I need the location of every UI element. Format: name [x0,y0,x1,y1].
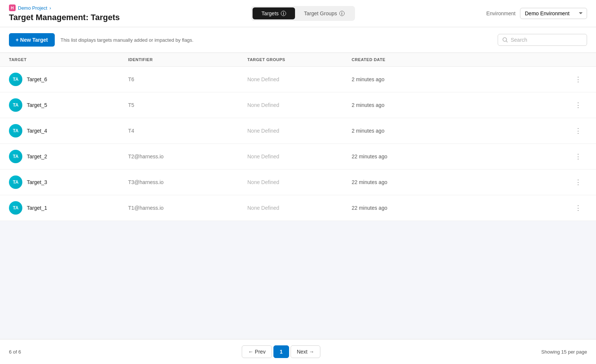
identifier-cell-5: T1@harness.io [128,205,247,211]
content-area: TARGET IDENTIFIER TARGET GROUPS CREATED … [0,53,596,364]
avatar-4: TA [9,175,22,189]
record-count: 6 of 6 [9,349,21,355]
table-header: TARGET IDENTIFIER TARGET GROUPS CREATED … [0,53,596,67]
per-page-label: Showing 15 per page [541,349,587,355]
date-cell-1: 2 minutes ago [352,102,569,108]
identifier-cell-2: T4 [128,128,247,134]
more-options-button-1[interactable]: ⋮ [569,99,587,111]
pagination-controls: ← Prev 1 Next → [242,345,320,358]
target-name-0: Target_6 [27,76,47,82]
harness-logo: H [9,4,16,11]
date-cell-2: 2 minutes ago [352,128,569,134]
target-cell-1: TA Target_5 [9,98,128,112]
more-options-button-4[interactable]: ⋮ [569,177,587,188]
more-options-button-2[interactable]: ⋮ [569,125,587,136]
more-options-button-5[interactable]: ⋮ [569,202,587,213]
top-bar-left: H Demo Project › Target Management: Targ… [9,4,120,22]
table-row: TA Target_2 T2@harness.io None Defined 2… [0,144,596,170]
avatar-2: TA [9,124,22,137]
target-name-2: Target_4 [27,128,47,134]
group-cell-3: None Defined [247,153,352,159]
new-target-button[interactable]: + New Target [9,33,55,47]
targets-info-icon[interactable]: i [281,11,286,16]
group-cell-5: None Defined [247,205,352,211]
target-cell-0: TA Target_6 [9,73,128,86]
avatar-3: TA [9,150,22,163]
avatar-1: TA [9,98,22,112]
tab-target-groups-label: Target Groups [304,10,337,16]
page-title: Target Management: Targets [9,13,120,22]
top-bar: H Demo Project › Target Management: Targ… [0,0,596,27]
target-name-5: Target_1 [27,205,47,211]
identifier-cell-0: T6 [128,76,247,82]
search-icon [503,37,508,42]
group-cell-4: None Defined [247,179,352,185]
avatar-0: TA [9,73,22,86]
group-cell-1: None Defined [247,102,352,108]
table-row: TA Target_1 T1@harness.io None Defined 2… [0,195,596,221]
identifier-cell-4: T3@harness.io [128,179,247,185]
table-body: TA Target_6 T6 None Defined 2 minutes ag… [0,67,596,221]
table-row: TA Target_5 T5 None Defined 2 minutes ag… [0,92,596,118]
environment-select[interactable]: Demo Environment Production Staging [520,8,587,19]
breadcrumb: H Demo Project › [9,4,120,11]
identifier-cell-3: T2@harness.io [128,153,247,159]
tab-targets[interactable]: Targets i [253,7,295,19]
target-cell-5: TA Target_1 [9,201,128,215]
tab-target-groups[interactable]: Target Groups i [295,7,354,19]
breadcrumb-project-link[interactable]: Demo Project [18,5,47,11]
search-input[interactable] [511,37,582,43]
target-cell-4: TA Target_3 [9,175,128,189]
identifier-cell-1: T5 [128,102,247,108]
more-options-button-3[interactable]: ⋮ [569,151,587,162]
col-created-date: CREATED DATE [352,57,569,62]
table-row: TA Target_6 T6 None Defined 2 minutes ag… [0,67,596,92]
svg-line-1 [506,41,507,42]
col-target: TARGET [9,57,128,62]
col-actions [569,57,587,62]
target-name-1: Target_5 [27,102,47,108]
group-cell-2: None Defined [247,128,352,134]
col-target-groups: TARGET GROUPS [247,57,352,62]
harness-icon: H [9,4,16,11]
more-options-button-0[interactable]: ⋮ [569,74,587,85]
target-groups-info-icon[interactable]: i [339,11,345,16]
col-identifier: IDENTIFIER [128,57,247,62]
table-row: TA Target_3 T3@harness.io None Defined 2… [0,170,596,195]
search-box [498,34,587,46]
toolbar-left: + New Target This list displays targets … [9,33,193,47]
page-1-button[interactable]: 1 [273,345,289,358]
prev-button[interactable]: ← Prev [242,345,272,358]
tab-targets-label: Targets [261,10,279,16]
targets-table: TARGET IDENTIFIER TARGET GROUPS CREATED … [0,53,596,221]
pagination-bar: 6 of 6 ← Prev 1 Next → Showing 15 per pa… [0,339,596,364]
environment-label: Environment [486,10,516,16]
table-row: TA Target_4 T4 None Defined 2 minutes ag… [0,118,596,144]
avatar-5: TA [9,201,22,215]
breadcrumb-arrow: › [50,5,51,11]
toolbar-hint: This list displays targets manually adde… [61,37,194,43]
target-name-4: Target_3 [27,179,47,185]
tab-group: Targets i Target Groups i [251,6,355,21]
date-cell-4: 22 minutes ago [352,179,569,185]
target-cell-3: TA Target_2 [9,150,128,163]
group-cell-0: None Defined [247,76,352,82]
toolbar: + New Target This list displays targets … [0,27,596,53]
date-cell-0: 2 minutes ago [352,76,569,82]
next-button[interactable]: Next → [291,345,321,358]
date-cell-3: 22 minutes ago [352,153,569,159]
date-cell-5: 22 minutes ago [352,205,569,211]
target-cell-2: TA Target_4 [9,124,128,137]
top-bar-right: Environment Demo Environment Production … [486,8,587,19]
target-name-3: Target_2 [27,153,47,159]
